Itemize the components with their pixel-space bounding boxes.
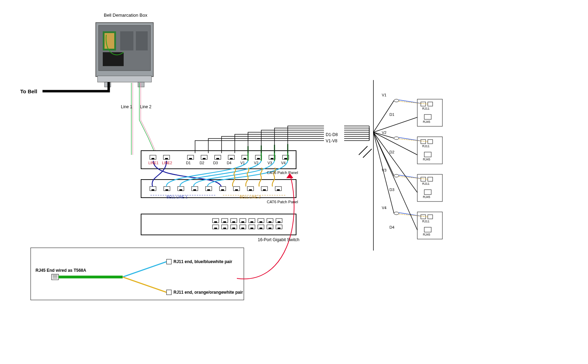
wall-v-label: V3: [382, 168, 386, 172]
svg-rect-12: [152, 158, 154, 159]
svg-rect-90: [421, 102, 426, 106]
svg-rect-4: [120, 31, 133, 50]
svg-rect-18: [203, 158, 206, 159]
svg-rect-51: [277, 189, 280, 191]
svg-rect-16: [189, 158, 192, 159]
wall-v-label: V1: [382, 93, 386, 97]
top-port-label: D3: [213, 161, 218, 165]
svg-point-103: [394, 174, 399, 177]
svg-rect-118: [167, 290, 171, 295]
wall-v-label: V2: [382, 130, 386, 135]
svg-rect-110: [52, 274, 59, 280]
wall-d-label: D3: [389, 188, 394, 192]
svg-rect-97: [424, 152, 431, 157]
top-port-label: V1: [240, 161, 245, 165]
svg-rect-80: [260, 228, 262, 229]
svg-rect-37: [179, 189, 182, 191]
svg-rect-105: [421, 215, 426, 219]
svg-rect-20: [216, 158, 219, 159]
svg-rect-96: [428, 140, 433, 144]
line-pairs: [131, 83, 157, 155]
svg-point-98: [394, 137, 399, 140]
svg-line-115: [123, 262, 167, 277]
svg-rect-49: [263, 189, 266, 191]
top-port-label: V3: [268, 161, 272, 165]
to-bell-label: To Bell: [20, 88, 37, 94]
rj45-label: RJ45: [423, 195, 430, 199]
wall-d-label: D1: [389, 112, 394, 117]
svg-rect-95: [421, 140, 426, 144]
svg-rect-22: [230, 158, 233, 159]
svg-rect-41: [207, 189, 210, 191]
top-port-label: D4: [227, 161, 231, 165]
svg-rect-70: [214, 228, 217, 229]
svg-rect-58: [232, 221, 235, 223]
svg-point-93: [394, 99, 399, 102]
rj45-label: RJ45: [423, 158, 430, 161]
wall-d-label: D4: [389, 225, 394, 229]
wall-v-label: V4: [382, 206, 386, 210]
svg-rect-33: [152, 189, 154, 191]
svg-rect-60: [241, 221, 244, 223]
svg-rect-91: [428, 102, 433, 106]
svg-rect-10: [141, 151, 296, 169]
bell-line2: BELL LINE 2: [240, 195, 261, 199]
rj11-label: RJ11: [422, 182, 430, 185]
switch-label: 16-Port Gigabit Switch: [258, 237, 299, 242]
svg-rect-107: [424, 227, 431, 232]
svg-rect-84: [278, 228, 280, 229]
rj11-label: RJ11: [422, 144, 430, 148]
svg-rect-101: [428, 177, 433, 181]
svg-rect-35: [165, 189, 168, 191]
svg-line-87: [359, 146, 368, 155]
top-port-label: LINE1: [148, 161, 158, 165]
svg-rect-64: [260, 221, 262, 223]
svg-rect-9: [138, 82, 144, 87]
top-port-label: V4: [281, 161, 286, 165]
rj45-label: RJ45: [423, 120, 430, 124]
title: Bell Demarcation Box: [104, 13, 147, 18]
svg-rect-74: [232, 228, 235, 229]
svg-line-88: [363, 149, 372, 158]
top-port-label: LINE2: [162, 161, 172, 165]
svg-rect-106: [428, 215, 433, 219]
svg-rect-52: [141, 214, 296, 235]
legend-rj11b: RJ11 end, orange/orangewhite pair: [173, 290, 243, 295]
rj11-label: RJ11: [422, 220, 430, 223]
rj45-label: RJ45: [423, 233, 430, 236]
svg-rect-47: [249, 189, 252, 191]
diagram-stage: Bell Demarcation Box To Bell Line 1 Line…: [0, 0, 588, 364]
line2-label: Line 2: [140, 104, 152, 109]
svg-rect-39: [193, 189, 196, 191]
svg-rect-26: [257, 158, 260, 159]
panel2-label: CAT6 Patch Panel: [267, 200, 298, 204]
bus-v: V1-V8: [326, 139, 337, 143]
patch-panel-top: [141, 151, 296, 169]
top-port-label: D1: [186, 161, 191, 165]
svg-rect-43: [221, 189, 224, 191]
legend-rj11a: RJ11 end, blue/bluewhite pair: [173, 259, 232, 264]
svg-rect-14: [165, 158, 168, 159]
top-port-label: V2: [254, 161, 258, 165]
svg-point-108: [394, 212, 399, 215]
svg-rect-54: [214, 221, 217, 223]
svg-rect-62: [250, 221, 253, 223]
bell-line1: BELL LINE 1: [167, 195, 187, 199]
cable-bus: [195, 126, 369, 153]
svg-rect-117: [167, 259, 171, 264]
top-port-label: D2: [200, 161, 204, 165]
svg-rect-92: [424, 114, 431, 119]
svg-line-116: [123, 277, 167, 292]
line1-label: Line 1: [121, 104, 132, 109]
demarcation-box: [42, 23, 153, 91]
panel1-label: CAT6 Patch Panel: [267, 171, 298, 175]
svg-rect-56: [223, 221, 226, 223]
svg-rect-82: [269, 228, 271, 229]
svg-rect-102: [424, 190, 431, 195]
svg-rect-28: [271, 158, 273, 159]
svg-rect-45: [235, 189, 238, 191]
legend-rj45: RJ45 End wired as T568A: [36, 268, 86, 273]
svg-rect-100: [421, 177, 426, 181]
svg-rect-76: [241, 228, 244, 229]
svg-rect-66: [269, 221, 271, 223]
